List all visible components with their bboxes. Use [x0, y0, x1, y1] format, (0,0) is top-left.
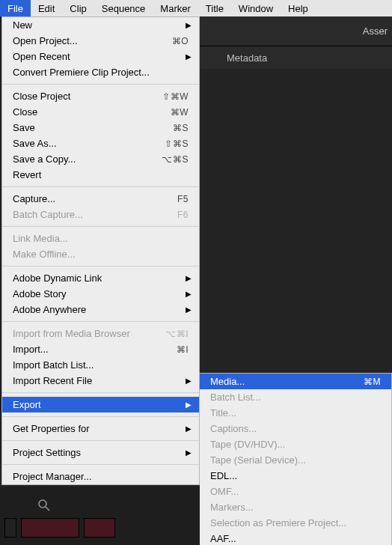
menu-item-label: Media... — [210, 376, 364, 387]
menu-item-label: Title... — [210, 407, 381, 418]
menu-item-label: Link Media... — [13, 233, 189, 244]
menu-item-link-media: Link Media... — [2, 231, 199, 246]
menu-item-label: Revert — [13, 169, 189, 180]
menu-item-open-recent[interactable]: Open Recent▶ — [2, 49, 199, 64]
menu-item-tape-dv-hdv: Tape (DV/HDV)... — [200, 436, 391, 452]
panel-tab[interactable] — [200, 46, 218, 69]
app-top-bar: Asser — [200, 16, 392, 46]
menu-item-make-offline: Make Offline... — [2, 246, 199, 262]
menu-item-import-batch-list[interactable]: Import Batch List... — [2, 357, 199, 373]
menubar: FileEditClipSequenceMarkerTitleWindowHel… — [0, 0, 392, 16]
menu-item-revert[interactable]: Revert — [2, 167, 199, 183]
menu-item-label: Open Recent — [13, 51, 189, 62]
menu-item-label: Selection as Premiere Project... — [210, 517, 381, 529]
menu-item-convert-premiere-clip-project[interactable]: Convert Premiere Clip Project... — [2, 64, 199, 80]
menu-item-batch-capture: Batch Capture...F6 — [2, 207, 199, 222]
thumbnail-strip — [4, 518, 115, 538]
file-menu-dropdown: New▶Open Project...⌘OOpen Recent▶Convert… — [1, 16, 200, 485]
thumbnail[interactable] — [4, 518, 16, 538]
menu-item-label: Project Manager... — [13, 471, 189, 482]
menu-item-save-as[interactable]: Save As...⇧⌘S — [2, 136, 199, 151]
menu-item-label: Save As... — [13, 138, 165, 149]
export-submenu-dropdown: Media...⌘MBatch List...Title...Captions.… — [200, 373, 392, 545]
menu-item-shortcut: ⇧⌘W — [162, 91, 189, 102]
menu-item-close-project[interactable]: Close Project⇧⌘W — [2, 88, 199, 104]
menu-item-aaf[interactable]: AAF... — [200, 531, 391, 545]
thumbnail[interactable] — [84, 518, 115, 538]
menu-title-marker[interactable]: Marker — [153, 0, 197, 16]
menu-item-markers: Markers... — [200, 499, 391, 515]
menu-item-label: Project Settings — [13, 447, 189, 458]
menu-item-edl[interactable]: EDL... — [200, 468, 391, 484]
menu-item-shortcut: ⌥⌘S — [162, 154, 189, 165]
submenu-arrow-icon: ▶ — [186, 290, 192, 298]
menu-item-label: Close — [13, 106, 171, 118]
menu-item-label: Save — [13, 122, 173, 133]
menu-item-close[interactable]: Close⌘W — [2, 104, 199, 120]
panel-tabs: Metadata — [200, 46, 392, 69]
menu-item-label: Import Recent File — [13, 375, 189, 386]
menu-separator — [2, 321, 199, 322]
menu-item-project-settings[interactable]: Project Settings▶ — [2, 445, 199, 460]
menu-item-project-manager[interactable]: Project Manager... — [2, 469, 199, 484]
panel-tab-metadata[interactable]: Metadata — [218, 46, 276, 69]
menu-item-get-properties-for[interactable]: Get Properties for▶ — [2, 421, 199, 436]
menu-item-adobe-dynamic-link[interactable]: Adobe Dynamic Link▶ — [2, 270, 199, 286]
menu-item-label: Export — [13, 399, 189, 410]
menu-item-adobe-story[interactable]: Adobe Story▶ — [2, 286, 199, 302]
menu-item-label: EDL... — [210, 470, 381, 481]
menu-item-label: Adobe Dynamic Link — [13, 272, 189, 284]
menu-item-capture[interactable]: Capture...F5 — [2, 191, 199, 207]
menu-item-shortcut: ⌥⌘I — [165, 329, 189, 339]
menu-title-edit[interactable]: Edit — [31, 0, 62, 16]
menu-item-label: Markers... — [210, 502, 381, 513]
menu-separator — [2, 392, 199, 393]
menu-item-new[interactable]: New▶ — [2, 17, 199, 33]
menu-item-label: Import Batch List... — [13, 359, 189, 371]
menu-item-open-project[interactable]: Open Project...⌘O — [2, 33, 199, 49]
menu-item-label: Import from Media Browser — [13, 328, 165, 339]
menu-title-help[interactable]: Help — [281, 0, 316, 16]
submenu-arrow-icon: ▶ — [186, 401, 192, 409]
submenu-arrow-icon: ▶ — [186, 305, 192, 314]
menu-title-title[interactable]: Title — [198, 0, 231, 16]
menu-item-label: Import... — [13, 344, 177, 355]
menu-title-sequence[interactable]: Sequence — [94, 0, 153, 16]
menu-item-adobe-anywhere[interactable]: Adobe Anywhere▶ — [2, 302, 199, 317]
menu-item-label: Adobe Story — [13, 288, 189, 299]
menu-item-omf: OMF... — [200, 484, 391, 499]
menu-item-label: Captions... — [210, 423, 381, 434]
search-icon[interactable] — [37, 499, 51, 512]
menu-item-save-a-copy[interactable]: Save a Copy...⌥⌘S — [2, 151, 199, 167]
menu-item-import[interactable]: Import...⌘I — [2, 341, 199, 357]
menu-item-label: Tape (Serial Device)... — [210, 454, 381, 466]
submenu-arrow-icon: ▶ — [186, 448, 192, 457]
menu-item-selection-as-premiere-project: Selection as Premiere Project... — [200, 515, 391, 531]
menu-item-label: Convert Premiere Clip Project... — [13, 67, 189, 78]
menu-item-shortcut: ⌘M — [364, 377, 381, 387]
menu-item-import-recent-file[interactable]: Import Recent File▶ — [2, 373, 199, 389]
menu-separator — [2, 440, 199, 441]
menu-item-shortcut: ⌘I — [177, 344, 189, 355]
menu-item-media[interactable]: Media...⌘M — [200, 374, 391, 389]
menu-item-shortcut: ⌘S — [173, 123, 189, 133]
menu-item-export[interactable]: Export▶ — [2, 397, 199, 412]
menu-item-label: Batch Capture... — [13, 209, 177, 220]
menu-item-shortcut: F6 — [177, 210, 189, 220]
menu-item-title: Title... — [200, 405, 391, 421]
menu-item-save[interactable]: Save⌘S — [2, 120, 199, 136]
menu-title-clip[interactable]: Clip — [62, 0, 94, 16]
menu-item-label: OMF... — [210, 486, 381, 497]
menu-title-window[interactable]: Window — [231, 0, 281, 16]
submenu-arrow-icon: ▶ — [186, 377, 192, 385]
menu-title-file[interactable]: File — [0, 0, 31, 16]
menu-separator — [2, 464, 199, 465]
menu-item-label: Tape (DV/HDV)... — [210, 439, 381, 450]
menu-separator — [2, 266, 199, 267]
menu-separator — [2, 226, 199, 227]
menu-item-label: AAF... — [210, 533, 381, 544]
app-top-label: Asser — [363, 25, 388, 37]
submenu-arrow-icon: ▶ — [186, 274, 192, 282]
thumbnail[interactable] — [21, 518, 79, 538]
svg-line-1 — [46, 507, 49, 511]
